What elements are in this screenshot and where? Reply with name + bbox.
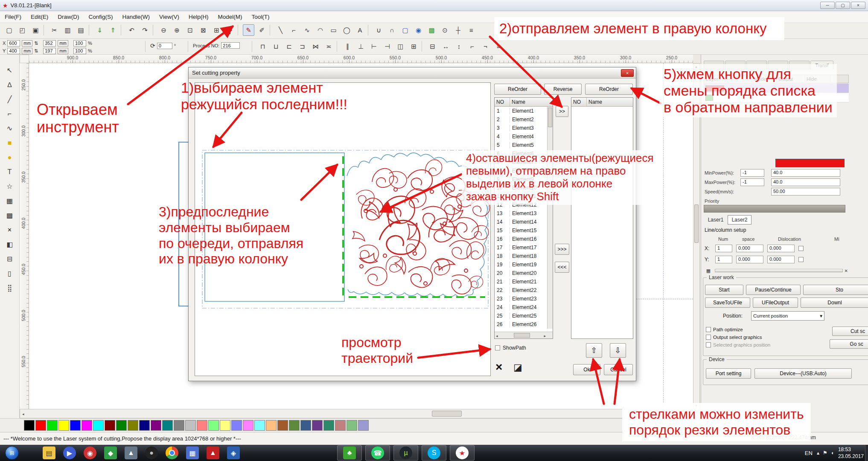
bsplayer-icon[interactable]: ◉: [84, 446, 96, 459]
palette-swatch[interactable]: [254, 420, 265, 431]
line-col-input[interactable]: 0.000: [767, 245, 795, 252]
element-list-right[interactable]: NO Name: [571, 97, 633, 339]
undo-icon[interactable]: ↶: [126, 24, 137, 36]
element-row[interactable]: 14Element14: [495, 218, 553, 226]
palette-swatch[interactable]: [82, 420, 92, 431]
palette-swatch[interactable]: [197, 420, 207, 431]
rotate-icon[interactable]: ⟳: [150, 42, 155, 49]
palette-swatch[interactable]: [312, 420, 323, 431]
move-right-button[interactable]: >>: [556, 106, 568, 117]
curve-tool-icon[interactable]: ∿: [301, 24, 313, 36]
handle-icon-12[interactable]: ⊞: [408, 41, 419, 52]
palette-swatch[interactable]: [347, 420, 357, 431]
utorrent-icon[interactable]: µ: [399, 446, 412, 459]
palette-swatch[interactable]: [139, 420, 150, 431]
line-col-input[interactable]: 1: [715, 245, 732, 252]
process-no-field[interactable]: 216: [221, 42, 240, 49]
minimize-button[interactable]: ─: [820, 2, 835, 9]
palette-swatch[interactable]: [335, 420, 346, 431]
reverse-button[interactable]: Reverse: [544, 84, 582, 95]
open-file-icon[interactable]: ◰: [17, 24, 28, 36]
menu-item-6[interactable]: View(V): [154, 12, 184, 22]
move-all-right-button[interactable]: >>>: [555, 244, 569, 255]
param-value-field[interactable]: 40.0: [771, 169, 840, 177]
element-list-scrollbar[interactable]: [547, 107, 553, 329]
element-row[interactable]: 26Element26: [495, 320, 553, 329]
y-position-field[interactable]: 400: [7, 48, 20, 54]
green-app-icon[interactable]: ◆: [104, 446, 117, 459]
element-row[interactable]: 24Element24: [495, 303, 553, 312]
line-col-input[interactable]: 0.000: [736, 256, 763, 263]
new-file-icon[interactable]: ▢: [3, 24, 15, 36]
line-col-input[interactable]: 0.000: [736, 245, 763, 252]
x-position-field[interactable]: 600: [7, 40, 20, 47]
palette-swatch[interactable]: [243, 420, 253, 431]
dark-app-icon[interactable]: ●: [145, 446, 158, 459]
delete-tool-icon[interactable]: ×: [3, 224, 16, 236]
curve-draw-tool-icon[interactable]: ∿: [3, 122, 16, 134]
file-button-downl[interactable]: Downl: [801, 298, 868, 308]
skype-icon[interactable]: S: [428, 446, 440, 459]
ok-button[interactable]: Ok: [573, 364, 600, 375]
line-draw-tool-icon[interactable]: ╱: [3, 93, 16, 105]
palette-swatch[interactable]: [300, 420, 311, 431]
text-tool-icon[interactable]: A: [354, 24, 366, 36]
polyline-tool-icon[interactable]: ⌐: [288, 24, 300, 36]
palette-swatch[interactable]: [174, 420, 184, 431]
zoom-all-icon[interactable]: ⊠: [198, 24, 209, 36]
camera-icon[interactable]: ⊙: [439, 24, 451, 36]
palette-swatch[interactable]: [128, 420, 138, 431]
move-all-left-button[interactable]: <<<: [555, 262, 569, 273]
menu-item-9[interactable]: Tool(T): [247, 12, 274, 22]
copy-icon[interactable]: ▥: [62, 24, 73, 36]
offset-tool-icon[interactable]: ▯: [3, 267, 16, 280]
line-col-input[interactable]: 0.000: [767, 256, 795, 263]
preview-icon[interactable]: ◉: [413, 24, 424, 36]
palette-swatch[interactable]: [358, 420, 369, 431]
measure-icon[interactable]: ┼: [452, 24, 464, 36]
cancel-button[interactable]: Cancel: [604, 364, 633, 375]
running-app-slot[interactable]: µ: [393, 445, 418, 461]
palette-swatch[interactable]: [185, 420, 196, 431]
start-button[interactable]: ⊞: [5, 446, 19, 460]
option-checkbox-row[interactable]: Path optimize: [706, 326, 743, 333]
ellipse-draw-tool-icon[interactable]: ●: [3, 151, 16, 163]
import-icon[interactable]: ⇓: [94, 24, 105, 36]
element-row[interactable]: 1Element1: [495, 107, 553, 115]
showpath-checkbox[interactable]: [495, 345, 500, 350]
menu-item-7[interactable]: Help(H): [184, 12, 213, 22]
strip-close-icon[interactable]: ✕: [845, 268, 848, 273]
option-checkbox-row[interactable]: Selected graphics position: [706, 341, 770, 349]
list-icon[interactable]: ≡: [466, 24, 477, 36]
handle-icon-2[interactable]: ⊔: [270, 41, 282, 52]
save-icon[interactable]: ▣: [30, 24, 41, 36]
laser-work-button-pause-continue[interactable]: Pause/Continue: [746, 285, 801, 295]
file-button-savetoufile[interactable]: SaveToUFile: [705, 298, 750, 308]
handle-icon-4[interactable]: ⊐: [297, 41, 308, 52]
antivirus-icon[interactable]: ▲: [125, 446, 137, 459]
tray-icon-2[interactable]: ⚑: [823, 450, 827, 456]
dialog-title-bar[interactable]: Set cutting property: [189, 67, 636, 79]
language-indicator[interactable]: EN: [805, 450, 813, 456]
file-button-ufileoutput[interactable]: UFileOutput: [753, 298, 798, 308]
array-tool-icon[interactable]: ⣿: [3, 282, 16, 294]
explorer-folder-icon[interactable]: ▤: [43, 446, 55, 459]
media-player-icon[interactable]: ▶: [63, 446, 76, 459]
palette-swatch[interactable]: [289, 420, 300, 431]
element-row[interactable]: 4Element4: [495, 132, 553, 141]
mirror-h-tool-icon[interactable]: ◧: [3, 238, 16, 251]
palette-swatch[interactable]: [231, 420, 242, 431]
x-unit-select[interactable]: mm: [22, 40, 32, 47]
palette-swatch[interactable]: [277, 420, 288, 431]
text-draw-tool-icon[interactable]: T: [3, 166, 16, 178]
palette-swatch[interactable]: [35, 420, 46, 431]
palette-swatch[interactable]: [58, 420, 69, 431]
reorder-right-button[interactable]: ReOrder: [585, 84, 633, 95]
handle-icon-14[interactable]: ↔: [440, 41, 451, 52]
bitmap-tool-icon[interactable]: ▦: [3, 195, 16, 207]
scale-x-field[interactable]: 100: [73, 40, 86, 47]
maximize-button[interactable]: ▢: [836, 2, 850, 9]
clock[interactable]: 18:53 23.05.2017: [838, 446, 864, 460]
rect-tool-icon[interactable]: ▭: [328, 24, 339, 36]
handle-icon-6[interactable]: ≍: [323, 41, 335, 52]
